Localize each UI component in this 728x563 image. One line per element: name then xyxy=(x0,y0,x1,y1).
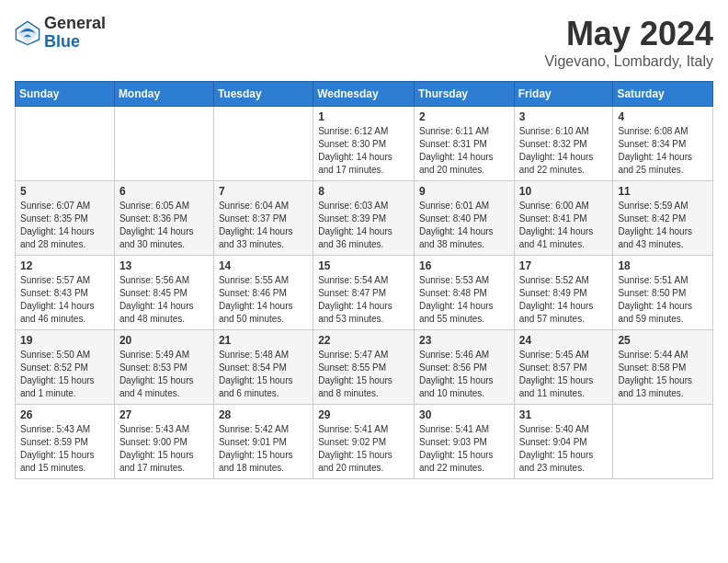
day-info: Sunrise: 5:44 AM Sunset: 8:58 PM Dayligh… xyxy=(618,349,708,400)
day-number: 19 xyxy=(20,334,109,347)
day-info: Sunrise: 6:08 AM Sunset: 8:34 PM Dayligh… xyxy=(618,125,708,177)
title-area: May 2024 Vigevano, Lombardy, Italy xyxy=(544,15,713,70)
day-info: Sunrise: 5:54 AM Sunset: 8:47 PM Dayligh… xyxy=(318,274,409,326)
header-day-thursday: Thursday xyxy=(414,82,514,107)
calendar-cell: 13Sunrise: 5:56 AM Sunset: 8:45 PM Dayli… xyxy=(114,256,213,330)
day-number: 10 xyxy=(519,185,609,198)
day-number: 2 xyxy=(419,110,509,123)
day-number: 17 xyxy=(519,259,609,272)
calendar-cell: 11Sunrise: 5:59 AM Sunset: 8:42 PM Dayli… xyxy=(613,181,713,256)
header-day-tuesday: Tuesday xyxy=(213,82,313,107)
calendar-cell: 1Sunrise: 6:12 AM Sunset: 8:30 PM Daylig… xyxy=(313,107,415,181)
day-number: 24 xyxy=(519,334,609,347)
logo: General Blue xyxy=(15,15,106,52)
day-number: 3 xyxy=(519,110,609,123)
day-info: Sunrise: 5:46 AM Sunset: 8:56 PM Dayligh… xyxy=(419,349,509,400)
calendar-cell: 24Sunrise: 5:45 AM Sunset: 8:57 PM Dayli… xyxy=(514,330,613,405)
day-number: 14 xyxy=(219,259,308,272)
day-info: Sunrise: 6:00 AM Sunset: 8:41 PM Dayligh… xyxy=(519,200,609,251)
day-number: 20 xyxy=(119,334,209,347)
day-info: Sunrise: 5:52 AM Sunset: 8:49 PM Dayligh… xyxy=(519,274,609,326)
day-info: Sunrise: 5:56 AM Sunset: 8:45 PM Dayligh… xyxy=(119,274,209,326)
day-number: 18 xyxy=(618,259,708,272)
day-info: Sunrise: 5:55 AM Sunset: 8:46 PM Dayligh… xyxy=(219,274,308,326)
calendar-cell: 3Sunrise: 6:10 AM Sunset: 8:32 PM Daylig… xyxy=(514,107,613,181)
calendar-cell: 30Sunrise: 5:41 AM Sunset: 9:03 PM Dayli… xyxy=(414,405,514,479)
day-number: 25 xyxy=(618,334,708,347)
day-info: Sunrise: 6:10 AM Sunset: 8:32 PM Dayligh… xyxy=(519,125,609,177)
header-day-sunday: Sunday xyxy=(16,82,115,107)
calendar-cell: 22Sunrise: 5:47 AM Sunset: 8:55 PM Dayli… xyxy=(313,330,415,405)
day-info: Sunrise: 6:11 AM Sunset: 8:31 PM Dayligh… xyxy=(419,125,509,177)
day-number: 13 xyxy=(119,259,209,272)
calendar-cell: 23Sunrise: 5:46 AM Sunset: 8:56 PM Dayli… xyxy=(414,330,514,405)
header-day-monday: Monday xyxy=(114,82,213,107)
header-day-friday: Friday xyxy=(514,82,613,107)
calendar-cell: 14Sunrise: 5:55 AM Sunset: 8:46 PM Dayli… xyxy=(213,256,313,330)
logo-blue: Blue xyxy=(44,33,106,52)
calendar-cell: 9Sunrise: 6:01 AM Sunset: 8:40 PM Daylig… xyxy=(414,181,514,256)
day-number: 4 xyxy=(618,110,708,123)
calendar-cell: 10Sunrise: 6:00 AM Sunset: 8:41 PM Dayli… xyxy=(514,181,613,256)
calendar-table: SundayMondayTuesdayWednesdayThursdayFrid… xyxy=(15,81,713,479)
logo-text: General Blue xyxy=(44,15,106,52)
day-info: Sunrise: 5:57 AM Sunset: 8:43 PM Dayligh… xyxy=(20,274,109,326)
day-info: Sunrise: 5:59 AM Sunset: 8:42 PM Dayligh… xyxy=(618,200,708,251)
day-number: 31 xyxy=(519,408,609,421)
logo-icon xyxy=(15,20,40,46)
day-info: Sunrise: 5:48 AM Sunset: 8:54 PM Dayligh… xyxy=(219,349,308,400)
calendar-cell xyxy=(213,107,313,181)
day-info: Sunrise: 5:41 AM Sunset: 9:03 PM Dayligh… xyxy=(419,423,509,475)
day-number: 22 xyxy=(318,334,409,347)
week-row: 5Sunrise: 6:07 AM Sunset: 8:35 PM Daylig… xyxy=(16,181,713,256)
day-info: Sunrise: 5:47 AM Sunset: 8:55 PM Dayligh… xyxy=(318,349,409,400)
day-number: 5 xyxy=(20,185,109,198)
week-row: 1Sunrise: 6:12 AM Sunset: 8:30 PM Daylig… xyxy=(16,107,713,181)
logo-general: General xyxy=(44,15,106,33)
calendar-cell: 19Sunrise: 5:50 AM Sunset: 8:52 PM Dayli… xyxy=(16,330,115,405)
day-number: 6 xyxy=(119,185,209,198)
calendar-cell: 8Sunrise: 6:03 AM Sunset: 8:39 PM Daylig… xyxy=(313,181,415,256)
day-info: Sunrise: 5:49 AM Sunset: 8:53 PM Dayligh… xyxy=(119,349,209,400)
calendar-cell: 15Sunrise: 5:54 AM Sunset: 8:47 PM Dayli… xyxy=(313,256,415,330)
day-number: 8 xyxy=(318,185,409,198)
day-info: Sunrise: 5:41 AM Sunset: 9:02 PM Dayligh… xyxy=(318,423,409,475)
calendar-cell: 27Sunrise: 5:43 AM Sunset: 9:00 PM Dayli… xyxy=(114,405,213,479)
calendar-cell: 5Sunrise: 6:07 AM Sunset: 8:35 PM Daylig… xyxy=(16,181,115,256)
page-header: General Blue May 2024 Vigevano, Lombardy… xyxy=(15,15,713,70)
header-day-saturday: Saturday xyxy=(613,82,713,107)
calendar-cell: 29Sunrise: 5:41 AM Sunset: 9:02 PM Dayli… xyxy=(313,405,415,479)
day-number: 16 xyxy=(419,259,509,272)
day-info: Sunrise: 6:01 AM Sunset: 8:40 PM Dayligh… xyxy=(419,200,509,251)
calendar-cell: 31Sunrise: 5:40 AM Sunset: 9:04 PM Dayli… xyxy=(514,405,613,479)
day-info: Sunrise: 6:12 AM Sunset: 8:30 PM Dayligh… xyxy=(318,125,409,177)
calendar-cell: 6Sunrise: 6:05 AM Sunset: 8:36 PM Daylig… xyxy=(114,181,213,256)
calendar-cell: 25Sunrise: 5:44 AM Sunset: 8:58 PM Dayli… xyxy=(613,330,713,405)
calendar-cell: 21Sunrise: 5:48 AM Sunset: 8:54 PM Dayli… xyxy=(213,330,313,405)
day-number: 26 xyxy=(20,408,109,421)
day-info: Sunrise: 5:53 AM Sunset: 8:48 PM Dayligh… xyxy=(419,274,509,326)
day-info: Sunrise: 6:03 AM Sunset: 8:39 PM Dayligh… xyxy=(318,200,409,251)
day-number: 28 xyxy=(219,408,308,421)
day-number: 1 xyxy=(318,110,409,123)
calendar-cell: 18Sunrise: 5:51 AM Sunset: 8:50 PM Dayli… xyxy=(613,256,713,330)
calendar-cell: 20Sunrise: 5:49 AM Sunset: 8:53 PM Dayli… xyxy=(114,330,213,405)
day-number: 15 xyxy=(318,259,409,272)
calendar-cell: 16Sunrise: 5:53 AM Sunset: 8:48 PM Dayli… xyxy=(414,256,514,330)
day-number: 11 xyxy=(618,185,708,198)
calendar-cell: 17Sunrise: 5:52 AM Sunset: 8:49 PM Dayli… xyxy=(514,256,613,330)
day-number: 21 xyxy=(219,334,308,347)
day-info: Sunrise: 5:50 AM Sunset: 8:52 PM Dayligh… xyxy=(20,349,109,400)
calendar-cell: 2Sunrise: 6:11 AM Sunset: 8:31 PM Daylig… xyxy=(414,107,514,181)
day-number: 12 xyxy=(20,259,109,272)
calendar-cell xyxy=(114,107,213,181)
calendar-cell: 28Sunrise: 5:42 AM Sunset: 9:01 PM Dayli… xyxy=(213,405,313,479)
day-info: Sunrise: 6:04 AM Sunset: 8:37 PM Dayligh… xyxy=(219,200,308,251)
day-info: Sunrise: 5:51 AM Sunset: 8:50 PM Dayligh… xyxy=(618,274,708,326)
calendar-cell: 12Sunrise: 5:57 AM Sunset: 8:43 PM Dayli… xyxy=(16,256,115,330)
day-number: 7 xyxy=(219,185,308,198)
day-number: 27 xyxy=(119,408,209,421)
day-number: 23 xyxy=(419,334,509,347)
header-day-wednesday: Wednesday xyxy=(313,82,415,107)
day-info: Sunrise: 6:05 AM Sunset: 8:36 PM Dayligh… xyxy=(119,200,209,251)
